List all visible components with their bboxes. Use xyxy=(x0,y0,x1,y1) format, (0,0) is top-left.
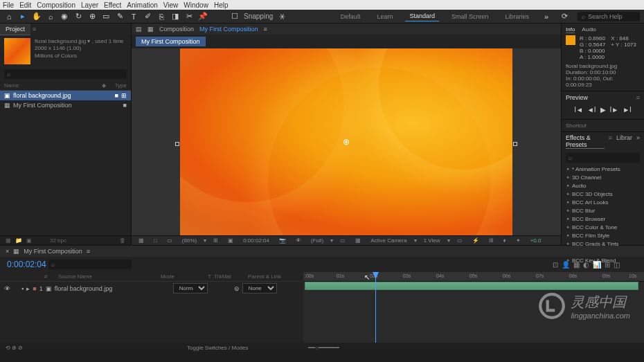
orbit-tool-icon[interactable]: ◉ xyxy=(60,12,69,21)
new-folder-icon[interactable]: 📁 xyxy=(15,237,22,244)
panel-menu-icon[interactable]: ≡ xyxy=(609,134,612,149)
pixel-aspect-icon[interactable]: ▭ xyxy=(454,237,465,244)
layer-panel-icon[interactable]: ▤ xyxy=(136,26,142,33)
effect-category[interactable]: BCC Browser xyxy=(562,215,644,223)
camera-dropdown[interactable]: Active Camera xyxy=(368,237,409,244)
prev-frame-button[interactable]: ◄I xyxy=(587,106,596,114)
menu-composition[interactable]: Composition xyxy=(37,1,75,9)
menu-view[interactable]: View xyxy=(163,1,179,9)
preview-tab[interactable]: Preview xyxy=(566,94,588,101)
effect-category[interactable]: BCC Film Style xyxy=(562,231,644,239)
snapping-checkbox[interactable]: ☐ xyxy=(230,12,240,21)
layer-row[interactable]: 👁 ▪ ▸ ■ 1 ▣ floral background.jpg Normal… xyxy=(0,282,303,295)
home-icon[interactable]: ⌂ xyxy=(4,12,14,21)
workspace-standard[interactable]: Standard xyxy=(405,11,439,21)
frame-blend-icon[interactable]: ▦ xyxy=(573,261,580,269)
motion-blur-icon[interactable]: ◐ xyxy=(583,261,589,269)
guides-icon[interactable]: ▭ xyxy=(164,237,175,244)
workspace-libraries[interactable]: Libraries xyxy=(501,12,533,21)
play-button[interactable]: ▶ xyxy=(600,106,606,114)
menu-effect[interactable]: Effect xyxy=(104,1,121,9)
current-timecode[interactable]: 0:00:02:04 xyxy=(0,260,48,269)
shy-icon[interactable]: 👤 xyxy=(562,261,570,269)
draft3d-icon[interactable]: ◫ xyxy=(614,261,620,269)
timeline-search-input[interactable] xyxy=(48,260,132,269)
mask-icon[interactable]: □ xyxy=(151,237,160,244)
menu-layer[interactable]: Layer xyxy=(81,1,98,9)
effect-category[interactable]: BCC Blur xyxy=(562,206,644,215)
hand-tool-icon[interactable]: ✋ xyxy=(32,12,42,21)
workspace-small[interactable]: Small Screen xyxy=(447,12,493,21)
clone-tool-icon[interactable]: ⎘ xyxy=(156,12,166,21)
delete-icon[interactable]: 🗑 xyxy=(120,237,125,244)
graph-editor-icon[interactable]: 📊 xyxy=(593,261,601,269)
snap-opts-icon[interactable]: ⚹ xyxy=(277,12,287,21)
next-frame-button[interactable]: I► xyxy=(610,106,619,114)
handle-right[interactable] xyxy=(513,142,517,146)
comp-tab-name[interactable]: My First Composition xyxy=(199,26,258,33)
zoom-slider[interactable]: ━━○━━━━━━ xyxy=(308,345,339,351)
effect-category[interactable]: * Animation Presets xyxy=(562,165,644,173)
snapshot-icon[interactable]: 📷 xyxy=(276,237,289,244)
menu-file[interactable]: File xyxy=(3,1,14,9)
handle-left[interactable] xyxy=(175,142,179,146)
zoom-tool-icon[interactable]: ⌕ xyxy=(46,12,55,21)
roi-icon[interactable]: ▭ xyxy=(337,237,348,244)
transparency-icon[interactable]: ▦ xyxy=(352,237,364,244)
footer-icons[interactable]: ⟲ ⊕ ⊘ xyxy=(6,345,23,351)
asset-row-comp[interactable]: ▦ My First Composition ■ xyxy=(0,100,131,110)
panel-menu-icon[interactable]: ≡ xyxy=(33,26,36,33)
flowchart-icon[interactable]: ♦ xyxy=(501,237,509,244)
timeline-icon[interactable]: ⊞ xyxy=(486,237,497,244)
resolution-dropdown[interactable]: (Full) xyxy=(308,237,326,244)
rotation-tool-icon[interactable]: ↻ xyxy=(73,12,83,21)
workspace-default[interactable]: Default xyxy=(337,12,365,21)
effects-search-input[interactable] xyxy=(566,153,640,163)
anchor-tool-icon[interactable]: ⊕ xyxy=(87,12,97,21)
fast-preview-icon[interactable]: ⚡ xyxy=(469,237,482,244)
brush-tool-icon[interactable]: ✐ xyxy=(143,12,152,21)
sync-icon[interactable]: ⟳ xyxy=(560,12,569,21)
effect-category[interactable]: 3D Channel xyxy=(562,173,644,181)
workspace-learn[interactable]: Learn xyxy=(373,12,397,21)
channel-icon[interactable]: ▣ xyxy=(225,237,236,244)
timeline-tab[interactable]: My First Composition xyxy=(24,248,82,255)
render-queue-icon[interactable]: × xyxy=(6,248,9,255)
menu-animation[interactable]: Animation xyxy=(127,1,157,9)
col-type[interactable]: Type xyxy=(106,82,127,89)
effects-tab[interactable]: Effects & Presets xyxy=(566,134,605,149)
footage-panel-icon[interactable]: ▦ xyxy=(147,26,154,33)
zoom-dropdown[interactable]: (86%) xyxy=(179,237,199,244)
alpha-icon[interactable]: ▦ xyxy=(136,237,147,244)
selection-tool-icon[interactable]: ▸ xyxy=(18,12,28,21)
time-display[interactable]: 0:00:02:04 xyxy=(240,237,272,244)
anchor-point-icon[interactable]: ⊕ xyxy=(343,137,350,147)
project-search-input[interactable] xyxy=(4,69,127,79)
workspace-overflow-icon[interactable]: » xyxy=(542,12,551,21)
layer-color-icon[interactable]: ■ xyxy=(33,285,36,292)
audio-tab[interactable]: Audio xyxy=(582,26,596,33)
puppet-tool-icon[interactable]: 📌 xyxy=(198,12,208,21)
layer-duration-bar[interactable] xyxy=(305,282,638,290)
roto-tool-icon[interactable]: ✂ xyxy=(184,12,194,21)
asset-row-image[interactable]: ▣ floral background.jpg ■ ⊞ xyxy=(0,91,131,100)
time-ruler[interactable]: :00s 01s 02s 03s 04s 05s 06s 07s 08s 09s… xyxy=(303,272,644,282)
brainstorm-icon[interactable]: ⊞ xyxy=(605,261,610,269)
col-source[interactable]: Source Name xyxy=(58,273,155,280)
text-tool-icon[interactable]: T xyxy=(129,12,138,21)
comp-flowchart-tab[interactable]: My First Composition xyxy=(136,37,206,46)
interpret-icon[interactable]: ▦ xyxy=(6,237,11,244)
pen-tool-icon[interactable]: ✎ xyxy=(115,12,125,21)
last-frame-button[interactable]: ►I xyxy=(623,106,632,114)
viewer[interactable]: ⊕ xyxy=(132,48,561,235)
grid-icon[interactable]: ⊞ xyxy=(211,237,221,244)
libraries-tab[interactable]: Librar xyxy=(616,134,632,149)
help-search[interactable]: ⌕ Search Help xyxy=(578,12,640,21)
render-icon[interactable]: ✦ xyxy=(513,237,524,244)
menu-window[interactable]: Window xyxy=(184,1,208,9)
timeline-tracks[interactable]: :00s 01s 02s 03s 04s 05s 06s 07s 08s 09s… xyxy=(303,272,644,343)
panel-menu-icon[interactable]: ≡ xyxy=(87,248,90,255)
playhead[interactable] xyxy=(375,272,376,343)
toggle-switches-button[interactable]: Toggle Switches / Modes xyxy=(187,345,249,351)
effect-category[interactable]: BCC Art Looks xyxy=(562,198,644,206)
